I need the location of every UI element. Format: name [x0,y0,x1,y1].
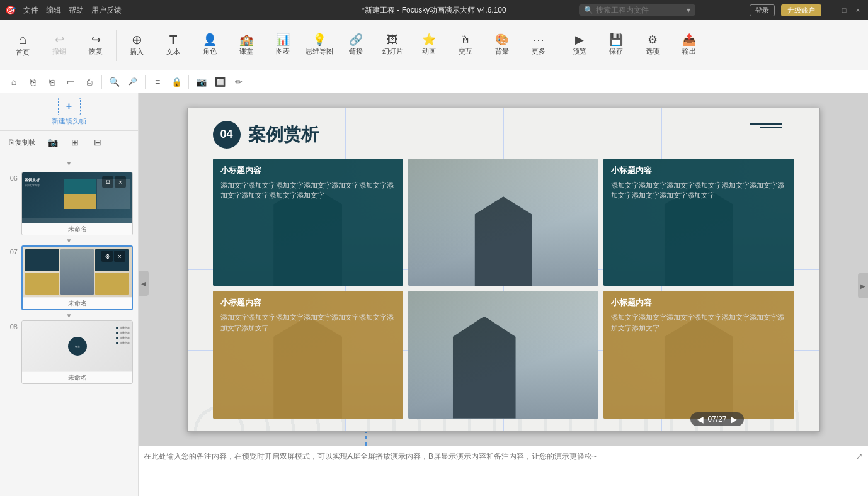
tb2-edit-btn[interactable]: ✏ [230,73,248,91]
slide-item-06[interactable]: 06 案例赏析 添加文字内容 [0,169,138,238]
bg-icon: 🎨 [495,34,509,45]
card-2[interactable] [408,159,598,286]
login-button[interactable]: 登录 [750,4,775,16]
menu-help[interactable]: 帮助 [69,5,84,16]
main-area: + 新建镜头帧 ⎘ 复制帧 📷 ⊞ ⊟ ▼ 06 [0,93,868,496]
titlebar-right: 🔍 ▾ 登录 升级账户 — □ × [579,4,863,16]
card-3[interactable]: 小标题内容 添加文字添加文字添加文字添加文字添加文字添加文字添加文字添加文字添加… [603,159,794,286]
upgrade-button[interactable]: 升级账户 [781,4,821,16]
card-6[interactable]: 小标题内容 添加文字添加文字添加文字添加文字添加文字添加文字添加文字添加文字 [603,291,794,419]
slide-settings-06[interactable]: ⚙ [102,176,113,188]
toolbar-redo[interactable]: ↪ 恢复 [78,23,113,68]
search-box[interactable]: 🔍 ▾ [579,4,695,16]
toolbar-undo-label: 撤销 [52,47,66,56]
toolbar-bg[interactable]: 🎨 背景 [484,23,520,68]
collapse-button[interactable]: ⊟ [88,133,108,151]
sidebar: + 新建镜头帧 ⎘ 复制帧 📷 ⊞ ⊟ ▼ 06 [0,93,139,496]
toolbar-interact[interactable]: 🖱 交互 [448,23,483,68]
slide-num-08: 08 [5,323,18,330]
toolbar-text[interactable]: T 文本 [156,23,191,68]
tb2-print-btn[interactable]: ⎙ [81,73,98,91]
t08-item-2: 目录内容 [116,331,130,334]
app-title: *新建工程 - Focusky动画演示大师 v4.6.100 [362,5,506,16]
toolbar-slide[interactable]: 🖼 幻灯片 [375,23,410,68]
next-page-button[interactable]: ▶ [731,414,738,424]
capture-button[interactable]: 📷 [42,133,62,151]
card-1[interactable]: 小标题内容 添加文字添加文字添加文字添加文字添加文字添加文字添加文字添加文字添加… [213,159,403,286]
tb2-paste-btn[interactable]: ⎗ [43,73,60,91]
tb2-copy-btn[interactable]: ⎘ [24,73,42,91]
minimize-button[interactable]: — [825,5,835,15]
expand-button[interactable]: ⊞ [65,133,85,151]
toolbar-animate[interactable]: ⭐ 动画 [411,23,447,68]
insert-icon: ⊕ [132,33,142,46]
card-5-tree [408,291,598,419]
toolbar-options[interactable]: ⚙ 选项 [635,23,670,68]
search-input[interactable] [596,6,684,14]
slide-item-08[interactable]: 08 标志 目录内容 [0,318,138,386]
slide-delete-06[interactable]: × [115,176,126,188]
t08-item-3: 目录内容 [116,336,130,339]
toolbar-class[interactable]: 🏫 课堂 [229,23,264,68]
t06-cell-3 [64,194,96,210]
tb2-zoom-out-btn[interactable]: 🔎 [124,73,142,91]
tb2-home-btn[interactable]: ⌂ [5,73,23,91]
toolbar-save-label: 保存 [609,47,623,56]
collapse-right-button[interactable]: ▶ [858,273,868,298]
t06-wave [22,218,132,223]
section-arrow-06[interactable]: ▼ [0,157,138,169]
toolbar-insert[interactable]: ⊕ 插入 [119,23,154,68]
slide-delete-07[interactable]: × [114,251,125,262]
search-dropdown-icon[interactable]: ▾ [687,6,690,14]
t07-right [60,249,94,295]
t08-item-text-1: 目录内容 [120,326,130,329]
maximize-button[interactable]: □ [839,5,849,15]
canvas-title[interactable]: 案例赏析 [248,123,319,147]
toolbar-export[interactable]: 📤 输出 [671,23,707,68]
card-6-body: 添加文字添加文字添加文字添加文字添加文字添加文字添加文字添加文字 [611,312,786,333]
toolbar-undo[interactable]: ↩ 撤销 [42,23,77,68]
prev-page-button[interactable]: ◀ [697,414,704,424]
toolbar-options-label: 选项 [646,47,660,56]
toolbar-home[interactable]: ⌂ 首页 [5,23,40,68]
slide-canvas[interactable]: 04 案例赏析 小 [187,108,820,432]
tb2-align-btn[interactable]: ≡ [149,73,166,91]
tb2-zoom-in-btn[interactable]: 🔍 [105,73,123,91]
notes-expand-button[interactable]: ⤢ [855,451,863,461]
collapse-sidebar-button[interactable]: ◀ [139,271,149,296]
t06-cell-1 [64,179,96,194]
slide-settings-07[interactable]: ⚙ [101,251,113,262]
toolbar-mindmap[interactable]: 💡 思维导图 [302,23,337,68]
slide-item-07[interactable]: 07 [0,243,138,313]
between-arrow: ▼ [0,238,138,243]
canvas-wrap[interactable]: 04 案例赏析 小 [139,93,868,446]
slide-icon: 🖼 [387,34,398,45]
toolbar-link[interactable]: 🔗 链接 [338,23,374,68]
search-icon: 🔍 [584,6,593,14]
new-frame-button[interactable]: + 新建镜头帧 [52,98,86,126]
menu-edit[interactable]: 编辑 [46,5,61,16]
tb2-frame-btn[interactable]: ▭ [62,73,79,91]
t08-circle: 标志 [68,337,87,356]
tb2-lock-btn[interactable]: 🔒 [168,73,185,91]
notes-textarea[interactable] [144,451,863,491]
tb2-crop-btn[interactable]: 🔲 [211,73,229,91]
tb2-camera-btn[interactable]: 📷 [192,73,210,91]
copy-frame-button[interactable]: ⎘ 复制帧 [5,133,40,151]
toolbar-animate-label: 动画 [422,47,436,56]
card-5[interactable] [408,291,598,419]
toolbar-more[interactable]: ⋯ 更多 [521,23,556,68]
card-grid: 小标题内容 添加文字添加文字添加文字添加文字添加文字添加文字添加文字添加文字添加… [213,159,794,419]
toolbar-save[interactable]: 💾 保存 [598,23,634,68]
toolbar-chart[interactable]: 📊 图表 [265,23,300,68]
t08-dot-1 [116,327,118,329]
close-button[interactable]: × [853,5,863,15]
toolbar-preview[interactable]: ▶ 预览 [562,23,597,68]
t08-dot-4 [116,342,118,344]
toolbar-role[interactable]: 👤 角色 [192,23,227,68]
menu-file[interactable]: 文件 [23,5,38,16]
menu-feedback[interactable]: 用户反馈 [91,5,122,16]
card-4[interactable]: 小标题内容 添加文字添加文字添加文字添加文字添加文字添加文字添加文字添加文字 [213,291,403,419]
sidebar-actions: ⎘ 复制帧 📷 ⊞ ⊟ [0,131,138,154]
slide-thumb-08: 标志 目录内容 目录内容 [22,321,132,371]
